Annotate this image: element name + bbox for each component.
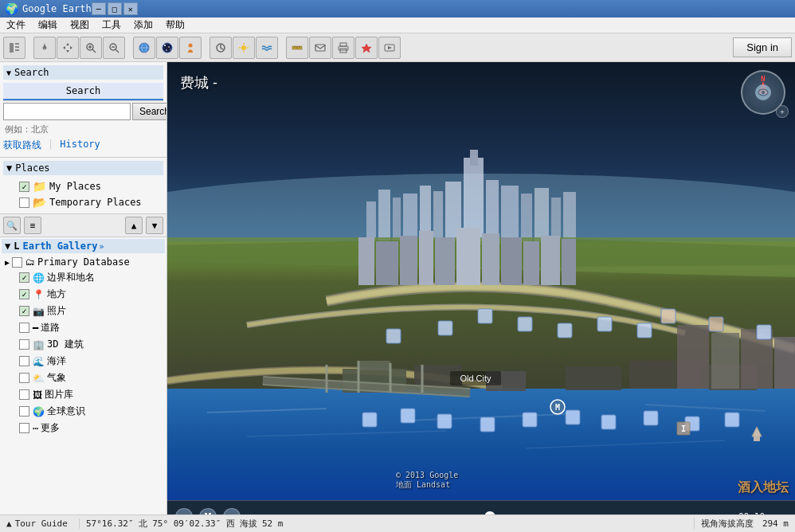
map-area[interactable]: Old City M I 费城 - N bbox=[167, 62, 795, 532]
svg-rect-40 bbox=[393, 198, 401, 241]
layer-item-0[interactable]: ✓ 🌐 边界和地名 bbox=[2, 269, 165, 286]
layer-1-icon: 📍 bbox=[33, 289, 45, 300]
search-input[interactable] bbox=[3, 103, 131, 120]
my-places-item[interactable]: ✓ 📁 My Places bbox=[3, 178, 163, 194]
movie-button[interactable] bbox=[378, 37, 401, 59]
menu-tools[interactable]: 工具 bbox=[96, 17, 127, 33]
layer-item-9[interactable]: ⋯ 更多 bbox=[2, 420, 165, 436]
window-controls: ─ □ ✕ bbox=[92, 2, 138, 15]
search-section-label: Search bbox=[14, 67, 49, 78]
layer-item-3[interactable]: ━ 道路 bbox=[2, 319, 165, 336]
menu-help[interactable]: 帮助 bbox=[159, 17, 191, 33]
layer-9-checkbox[interactable] bbox=[19, 423, 29, 433]
menu-edit[interactable]: 编辑 bbox=[32, 17, 64, 33]
pan-button[interactable] bbox=[57, 37, 79, 59]
status-elevation-value: 52 m bbox=[262, 518, 284, 529]
street-view-button[interactable] bbox=[179, 37, 202, 59]
get-directions-link[interactable]: 获取路线 bbox=[3, 139, 41, 152]
sidebar-toggle-button[interactable] bbox=[3, 37, 25, 59]
search-input-row: Search bbox=[3, 103, 163, 120]
svg-rect-104 bbox=[597, 317, 612, 331]
search-button[interactable]: Search bbox=[132, 103, 167, 120]
layer-item-4[interactable]: 🏢 3D 建筑 bbox=[2, 336, 165, 353]
titlebar: 🌍 Google Earth ─ □ ✕ bbox=[0, 0, 795, 18]
eye-alt-label: 视角海拔高度 bbox=[701, 518, 754, 529]
svg-point-20 bbox=[189, 43, 193, 47]
layer-4-checkbox[interactable] bbox=[19, 339, 29, 350]
earth-gallery-link[interactable]: Earth Gallery bbox=[22, 241, 97, 252]
layer-8-label: 全球意识 bbox=[47, 405, 85, 418]
compass-eye-button[interactable] bbox=[755, 84, 771, 100]
layer-0-checkbox[interactable]: ✓ bbox=[19, 272, 29, 283]
move-down-button[interactable]: ▼ bbox=[146, 217, 163, 234]
email-button[interactable] bbox=[309, 37, 331, 59]
list-view-button[interactable]: ≡ bbox=[24, 217, 41, 234]
layer-1-checkbox[interactable]: ✓ bbox=[19, 289, 29, 299]
layer-9-icon: ⋯ bbox=[33, 423, 38, 434]
move-up-button[interactable]: ▲ bbox=[125, 217, 143, 234]
layer-8-icon: 🌍 bbox=[33, 406, 45, 417]
svg-point-15 bbox=[163, 43, 172, 53]
menu-file[interactable]: 文件 bbox=[0, 17, 32, 33]
layer-6-checkbox[interactable] bbox=[19, 373, 29, 383]
layer-item-5[interactable]: 🌊 海洋 bbox=[2, 353, 165, 370]
status-eye-altitude: 视角海拔高度 294 m bbox=[694, 518, 795, 530]
layer-item-6[interactable]: ⛅ 气象 bbox=[2, 370, 165, 386]
kml-button[interactable] bbox=[355, 37, 378, 59]
sunlight-button[interactable] bbox=[233, 37, 255, 59]
layer-item-2[interactable]: ✓ 📷 照片 bbox=[2, 303, 165, 319]
svg-rect-103 bbox=[558, 323, 572, 338]
tour-guide-section[interactable]: ▲ Tour Guide bbox=[0, 518, 80, 529]
globe-button[interactable] bbox=[133, 37, 155, 59]
layer-item-8[interactable]: 🌍 全球意识 bbox=[2, 403, 165, 420]
layers-header[interactable]: ▼ L Earth Gallery » bbox=[2, 239, 165, 253]
svg-rect-64 bbox=[523, 241, 539, 285]
minimize-button[interactable]: ─ bbox=[92, 2, 106, 15]
earth-gallery-chevrons: » bbox=[99, 242, 104, 251]
layer-8-checkbox[interactable] bbox=[19, 406, 29, 417]
svg-rect-39 bbox=[378, 190, 390, 241]
layer-7-checkbox[interactable] bbox=[19, 389, 29, 400]
svg-text:M: M bbox=[555, 403, 560, 412]
zoom-in-button[interactable] bbox=[80, 37, 102, 59]
navigate-button[interactable] bbox=[33, 37, 56, 59]
search-header[interactable]: ▼ Search bbox=[3, 65, 163, 80]
svg-rect-52 bbox=[563, 192, 576, 241]
svg-rect-102 bbox=[518, 317, 532, 331]
search-mini-button[interactable]: 🔍 bbox=[3, 217, 21, 234]
layer-4-icon: 🏢 bbox=[33, 339, 45, 350]
primary-db-checkbox[interactable] bbox=[12, 257, 22, 268]
layer-item-7[interactable]: 🖼 图片库 bbox=[2, 386, 165, 403]
temp-places-checkbox[interactable] bbox=[19, 198, 29, 208]
svg-rect-3 bbox=[15, 49, 19, 51]
zoom-out-button[interactable] bbox=[103, 37, 125, 59]
ocean-button[interactable] bbox=[256, 37, 278, 59]
zoom-indicator[interactable]: + bbox=[776, 105, 789, 118]
compass[interactable]: N + bbox=[741, 70, 785, 115]
search-tab[interactable]: Search bbox=[3, 83, 163, 100]
layer-2-checkbox[interactable]: ✓ bbox=[19, 306, 29, 316]
temp-places-item[interactable]: 📂 Temporary Places bbox=[3, 194, 163, 210]
layer-item-1[interactable]: ✓ 📍 地方 bbox=[2, 286, 165, 303]
close-button[interactable]: ✕ bbox=[123, 2, 138, 15]
ruler-button[interactable] bbox=[286, 37, 308, 59]
sign-in-button[interactable]: Sign in bbox=[733, 37, 792, 57]
svg-point-119 bbox=[762, 91, 765, 94]
primary-db-item[interactable]: ▶ 🗂 Primary Database bbox=[2, 255, 165, 269]
layer-5-checkbox[interactable] bbox=[19, 356, 29, 366]
watermark: 酒入地坛 bbox=[738, 479, 789, 496]
menu-add[interactable]: 添加 bbox=[127, 17, 159, 33]
history-link[interactable]: History bbox=[60, 139, 100, 152]
layer-3-checkbox[interactable] bbox=[19, 323, 29, 333]
print-button[interactable] bbox=[332, 37, 354, 59]
svg-rect-32 bbox=[340, 43, 347, 46]
svg-rect-93 bbox=[480, 417, 495, 432]
my-places-checkbox[interactable]: ✓ bbox=[19, 182, 29, 192]
svg-rect-89 bbox=[774, 337, 795, 389]
menu-view[interactable]: 视图 bbox=[64, 17, 96, 33]
svg-rect-92 bbox=[437, 414, 452, 428]
sky-button[interactable] bbox=[156, 37, 178, 59]
maximize-button[interactable]: □ bbox=[108, 2, 122, 15]
historical-button[interactable] bbox=[210, 37, 232, 59]
places-header[interactable]: ▼ Places bbox=[3, 161, 163, 175]
